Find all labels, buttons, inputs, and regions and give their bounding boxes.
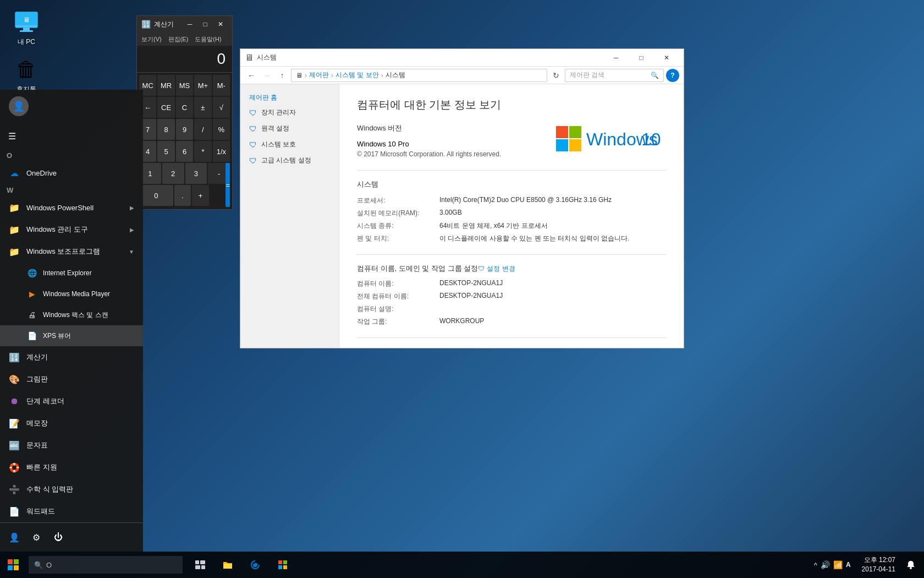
user-avatar[interactable]: 👤	[9, 96, 29, 116]
remote-icon: 🛡	[249, 124, 257, 133]
taskbar-network-icon[interactable]: 📶	[833, 560, 843, 569]
quickassist-label: 빠른 지원	[26, 462, 134, 472]
calc-close-btn[interactable]: ✕	[213, 17, 228, 31]
calc-btn-decimal[interactable]: .	[174, 185, 191, 206]
calc-btn-add[interactable]: +	[192, 185, 209, 206]
comp-fullname-value: DESKTOP-2NGUA1J	[439, 292, 503, 301]
fax-label: Windows 팩스 및 스캔	[43, 310, 108, 320]
divider-2	[357, 254, 666, 255]
taskbar-chevron-icon[interactable]: ^	[814, 561, 817, 569]
sys-refresh-btn[interactable]: ↻	[549, 69, 563, 82]
calc-btn-5[interactable]: 5	[157, 141, 174, 162]
calc-menu-view[interactable]: 보기(V)	[141, 35, 162, 43]
sidebar-item-advanced[interactable]: 🛡 고급 시스템 설정	[240, 152, 339, 168]
sys-content: 제어판 홈 🛡 장치 관리자 🛡 원격 설정 🛡 시스템 보호 🛡 고급 시스템…	[240, 84, 684, 348]
calc-btn-mminus[interactable]: M-	[213, 75, 230, 96]
start-item-powershell[interactable]: 📁 Windows PowerShell ▶	[0, 197, 143, 219]
calc-btn-sign[interactable]: ±	[194, 97, 211, 118]
start-item-mathinput[interactable]: ➗ 수학 식 입력판	[0, 478, 143, 500]
calc-btn-0[interactable]: 0	[139, 185, 173, 206]
svg-rect-6	[569, 126, 581, 138]
calc-btn-mul[interactable]: *	[194, 141, 211, 162]
start-item-quickassist[interactable]: 🛟 빠른 지원	[0, 456, 143, 478]
store-btn[interactable]	[270, 552, 296, 578]
sys-minimize-btn[interactable]: ─	[603, 49, 629, 67]
svg-rect-13	[8, 565, 13, 570]
sys-search-box[interactable]: 제어판 검색 🔍	[565, 69, 664, 82]
taskbar-keyboard-indicator: A	[846, 561, 851, 569]
calc-btn-mplus[interactable]: M+	[194, 75, 211, 96]
hamburger-icon: ☰	[7, 130, 18, 141]
edge-btn[interactable]	[242, 552, 268, 578]
start-subitem-fax[interactable]: 🖨 Windows 팩스 및 스캔	[0, 304, 143, 325]
start-item-admin[interactable]: 📁 Windows 관리 도구 ▶	[0, 219, 143, 241]
calc-btn-sqrt[interactable]: √	[213, 97, 230, 118]
calc-menu-edit[interactable]: 편집(E)	[168, 35, 189, 43]
taskbar-notification-btn[interactable]	[902, 552, 920, 578]
sys-nav-up[interactable]: ↑	[276, 69, 289, 82]
calc-btn-9[interactable]: 9	[176, 119, 193, 140]
calc-display: 0	[137, 46, 232, 73]
breadcrumb-part1[interactable]: 제어판	[309, 70, 329, 80]
taskbar-volume-icon[interactable]: 🔊	[821, 560, 830, 569]
calc-btn-ce[interactable]: CE	[157, 97, 174, 118]
calc-title-icon: 🔢	[141, 20, 151, 29]
sys-breadcrumb[interactable]: 🖥 › 제어판 › 시스템 및 보안 › 시스템	[291, 69, 547, 82]
start-item-paint[interactable]: 🎨 그림판	[0, 368, 143, 390]
sys-nav-back[interactable]: ←	[245, 69, 258, 82]
search-placeholder: O	[46, 561, 52, 569]
start-item-wordpad[interactable]: 📄 워드패드	[0, 500, 143, 522]
sys-close-btn[interactable]: ✕	[654, 49, 679, 67]
calc-menu-help[interactable]: 도움말(H)	[195, 35, 221, 43]
calc-btn-3[interactable]: 3	[185, 163, 207, 184]
computer-name-section-label: 컴퓨터 이름, 도메인 및 작업 그룹 설정	[357, 264, 478, 274]
calc-minimize-btn[interactable]: ─	[183, 17, 197, 31]
sys-maximize-btn[interactable]: □	[629, 49, 654, 67]
comp-name-value: DESKTOP-2NGUA1J	[439, 279, 503, 288]
sidebar-item-protection[interactable]: 🛡 시스템 보호	[240, 137, 339, 152]
start-power-btn[interactable]: ⏻	[48, 527, 68, 547]
calc-btn-mr[interactable]: MR	[157, 75, 174, 96]
taskbar-clock[interactable]: 오후 12:07 2017-04-11	[857, 555, 900, 574]
start-user-btn[interactable]: 👤	[4, 527, 24, 547]
desktop-icon-mypc[interactable]: 🖥 내 PC	[4, 7, 48, 49]
start-subitem-wmp[interactable]: ▶ Windows Media Player	[0, 283, 143, 304]
start-item-onedrive[interactable]: ☁ OneDrive	[0, 162, 143, 184]
change-settings-link[interactable]: 🛡 설정 변경	[478, 264, 515, 274]
wordpad-icon: 📄	[9, 506, 20, 517]
sidebar-item-remote[interactable]: 🛡 원격 설정	[240, 121, 339, 137]
start-item-notepad[interactable]: 📝 메모장	[0, 412, 143, 434]
start-item-accessories[interactable]: 📁 Windows 보조프로그램 ▼	[0, 241, 143, 263]
start-button[interactable]	[0, 552, 26, 578]
admin-folder-icon: 📁	[9, 224, 20, 235]
breadcrumb-part2[interactable]: 시스템 및 보안	[336, 70, 379, 80]
quickassist-icon: 🛟	[9, 462, 20, 473]
sidebar-item-device-manager[interactable]: 🛡 장치 관리자	[240, 105, 339, 121]
file-explorer-btn[interactable]	[215, 552, 241, 578]
calc-btn-ms[interactable]: MS	[176, 75, 193, 96]
calc-btn-pct[interactable]: %	[213, 119, 230, 140]
start-subitem-ie[interactable]: 🌐 Internet Explorer	[0, 263, 143, 283]
task-view-btn[interactable]	[187, 552, 213, 578]
start-hamburger[interactable]: ☰	[0, 123, 143, 149]
sidebar-home-link[interactable]: 제어판 홈	[240, 91, 339, 105]
section-letter-o: O	[0, 149, 143, 162]
calc-btn-inv[interactable]: 1/x	[213, 141, 230, 162]
divider-1	[357, 170, 666, 171]
taskbar-search[interactable]: 🔍 O	[29, 556, 183, 574]
powershell-label: Windows PowerShell	[26, 204, 123, 212]
sys-help-btn[interactable]: ?	[666, 69, 679, 82]
start-item-steps[interactable]: ⏺ 단계 레코더	[0, 390, 143, 412]
start-item-charmap[interactable]: 🔤 문자표	[0, 434, 143, 456]
svg-rect-5	[556, 126, 568, 138]
calc-btn-6[interactable]: 6	[176, 141, 193, 162]
calc-btn-div[interactable]: /	[194, 119, 211, 140]
calc-btn-8[interactable]: 8	[157, 119, 174, 140]
calc-btn-2[interactable]: 2	[162, 163, 184, 184]
taskbar-date: 2017-04-11	[862, 565, 895, 574]
calc-maximize-btn[interactable]: □	[198, 17, 212, 31]
start-item-calc[interactable]: 🔢 계산기	[0, 346, 143, 368]
start-subitem-xps[interactable]: 📄 XPS 뷰어	[0, 325, 143, 346]
calc-btn-c[interactable]: C	[176, 97, 193, 118]
start-settings-btn[interactable]: ⚙	[26, 527, 46, 547]
